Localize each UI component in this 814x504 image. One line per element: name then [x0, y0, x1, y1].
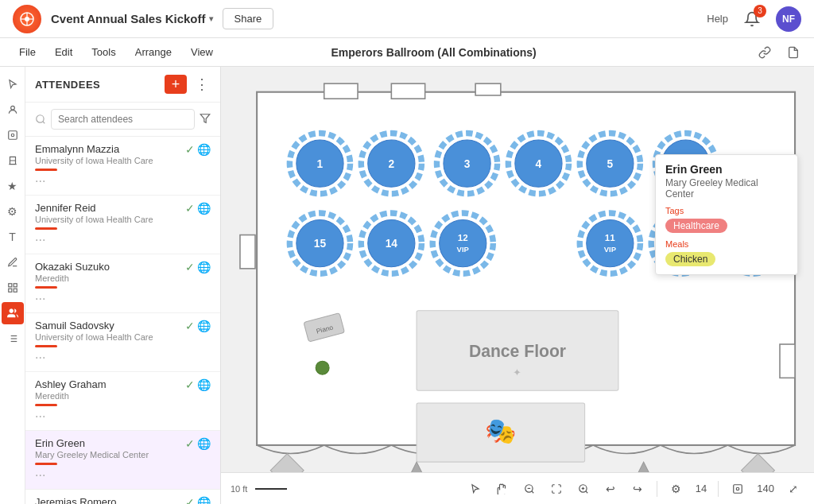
attendee-more-button[interactable]: ···	[35, 468, 211, 483]
svg-point-55	[587, 220, 634, 267]
attendee-more-button[interactable]: ···	[35, 174, 211, 188]
list-item[interactable]: Jennifer Reid University of Iowa Health …	[25, 196, 220, 254]
filter-icon[interactable]	[200, 113, 211, 126]
selected-count: 14	[696, 483, 707, 494]
expand-button[interactable]: ⤢	[782, 478, 804, 500]
check-icon: ✓	[185, 378, 195, 391]
toolbar-divider2	[718, 481, 719, 497]
tooltip-tags-label: Tags	[665, 206, 788, 215]
svg-point-51	[440, 220, 486, 267]
table-tool[interactable]	[2, 124, 24, 146]
menu-view[interactable]: View	[181, 38, 223, 67]
svg-text:4: 4	[536, 158, 542, 170]
list-item[interactable]: Samuil Sadovsky University of Iowa Healt…	[25, 313, 220, 372]
pdf-icon[interactable]	[782, 41, 804, 64]
search-input[interactable]	[51, 109, 195, 130]
tag-chip-healthcare: Healthcare	[665, 219, 727, 233]
svg-rect-21	[324, 83, 358, 99]
zoom-in-button[interactable]	[572, 478, 595, 500]
menu-edit[interactable]: Edit	[45, 38, 82, 67]
check-icon: ✓	[185, 320, 195, 332]
share-button[interactable]: Share	[223, 8, 274, 29]
floor-plan-svg: 1 2 3 4 5 6 15	[221, 67, 814, 504]
list-item[interactable]: Ashley Graham Meredith ✓ 🌐 ···	[25, 372, 220, 431]
check-icon: ✓	[185, 202, 195, 215]
list-item[interactable]: Erin Green Mary Greeley Medical Center ✓…	[25, 431, 220, 490]
settings-button[interactable]: ⚙	[665, 478, 688, 500]
redo-button[interactable]: ↪	[626, 478, 649, 500]
attendee-bar	[35, 345, 57, 347]
tag-chip-meal: Chicken	[665, 252, 715, 266]
attendee-more-button[interactable]: ···	[35, 233, 211, 247]
svg-point-4	[10, 106, 14, 110]
star-tool[interactable]: ★	[2, 175, 24, 197]
assigned-icon: 🌐	[197, 437, 211, 450]
settings-tool[interactable]: ⚙	[2, 200, 24, 223]
grid-tool[interactable]	[2, 277, 24, 299]
tooltip-meals-label: Meals	[665, 239, 788, 249]
assigned-icon: 🌐	[197, 261, 211, 273]
svg-rect-5	[8, 131, 17, 140]
attendees-list: Emmalynn Mazzia University of Iowa Healt…	[25, 137, 220, 504]
svg-text:🎭: 🎭	[485, 416, 517, 446]
attendee-more-button[interactable]: ···	[35, 409, 211, 424]
select-tool[interactable]	[2, 73, 24, 95]
svg-point-11	[9, 309, 13, 313]
menu-bar: File Edit Tools Arrange View Emperors Ba…	[0, 38, 814, 67]
canvas-area[interactable]: 1 2 3 4 5 6 15	[221, 67, 814, 504]
list-item[interactable]: Jeremias Romero ✓ 🌐 ···	[25, 490, 220, 504]
chair-tool[interactable]	[2, 149, 24, 172]
notification-badge: 3	[754, 5, 766, 17]
assigned-icon: 🌐	[197, 496, 211, 504]
people-tool[interactable]	[2, 302, 24, 324]
menu-arrange[interactable]: Arrange	[126, 38, 181, 67]
notifications-button[interactable]: 3	[741, 8, 763, 30]
svg-rect-24	[240, 235, 255, 269]
zoom-out-button[interactable]	[518, 478, 541, 500]
list-tool[interactable]	[2, 328, 24, 350]
app-title: Cvent Annual Sales Kickoff ▾	[51, 12, 213, 25]
text-tool[interactable]: T	[2, 226, 24, 248]
list-item[interactable]: Okazaki Suzuko Meredith ✓ 🌐 ···	[25, 254, 220, 313]
svg-text:3: 3	[464, 158, 471, 170]
svg-rect-26	[780, 344, 795, 378]
title-chevron[interactable]: ▾	[209, 14, 213, 23]
draw-tool[interactable]	[2, 251, 24, 273]
left-toolbar: ★ ⚙ T	[0, 67, 25, 504]
tooltip-name: Erin Green	[665, 163, 788, 176]
attendee-more-button[interactable]: ···	[35, 292, 211, 306]
svg-text:✦: ✦	[514, 367, 522, 378]
svg-point-88	[737, 487, 740, 490]
top-bar-right: Help 3 NF	[707, 6, 801, 32]
tooltip-org: Mary Greeley Medical Center	[665, 177, 788, 200]
menu-bar-icons	[754, 41, 804, 64]
select-arrow-tool[interactable]	[464, 478, 486, 500]
toolbar-divider	[657, 481, 657, 497]
help-link[interactable]: Help	[707, 13, 728, 25]
attendee-more-button[interactable]: ···	[35, 351, 211, 365]
add-attendee-button[interactable]: +	[165, 75, 187, 94]
attendees-header: ATTENDEES + ⋮	[25, 67, 220, 103]
menu-file[interactable]: File	[10, 38, 45, 67]
user-avatar[interactable]: NF	[776, 6, 801, 32]
check-icon: ✓	[185, 496, 195, 504]
attendee-bar	[35, 404, 57, 406]
svg-rect-10	[14, 289, 17, 292]
svg-rect-22	[391, 83, 424, 99]
pan-tool[interactable]	[491, 478, 514, 500]
svg-text:11: 11	[605, 232, 615, 242]
attendees-more-button[interactable]: ⋮	[193, 76, 211, 93]
table-view-button[interactable]	[727, 478, 749, 500]
link-icon[interactable]	[754, 41, 776, 64]
svg-point-72	[316, 361, 329, 374]
search-box	[25, 103, 220, 137]
svg-text:15: 15	[314, 238, 327, 250]
list-item[interactable]: Emmalynn Mazzia University of Iowa Healt…	[25, 137, 220, 196]
undo-button[interactable]: ↩	[599, 478, 622, 500]
fit-screen-button[interactable]	[545, 478, 568, 500]
menu-tools[interactable]: Tools	[82, 38, 125, 67]
group-tool[interactable]	[2, 99, 24, 121]
svg-rect-23	[475, 83, 501, 95]
svg-point-18	[37, 115, 44, 122]
assigned-icon: 🌐	[197, 378, 211, 391]
